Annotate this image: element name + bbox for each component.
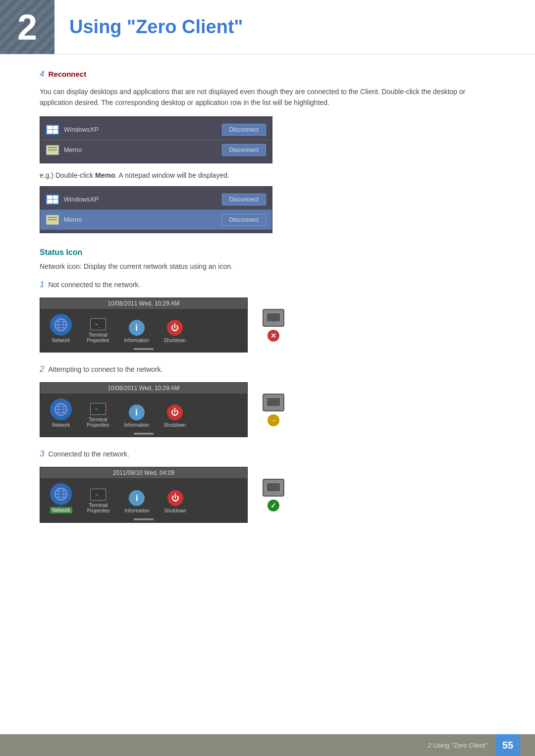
terminal-icon-3: >_ xyxy=(90,489,106,501)
main-content: 4 Reconnect You can display desktops and… xyxy=(0,69,535,523)
taskbar-datetime-1: 10/08/2011 Wed, 10:29 AM xyxy=(40,298,247,309)
app-row-memo-2-highlighted: Memo Disconnect xyxy=(40,210,272,230)
terminal-icon-2: >_ xyxy=(90,403,106,415)
globe-icon-3 xyxy=(50,483,72,505)
tb-terminal-1: >_ TerminalProperties xyxy=(87,318,109,343)
tb-shutdown-3: ⏻ Shutdown xyxy=(164,490,186,513)
globe-svg-3 xyxy=(54,487,68,501)
check-badge: ✓ xyxy=(268,500,279,511)
taskbar-icons-1: Network >_ TerminalProperties i Informat… xyxy=(40,309,247,346)
step-1-text: Not connected to the network. xyxy=(48,281,140,289)
disconnect-button-3[interactable]: Disconnect xyxy=(222,194,266,205)
monitor-svg-2 xyxy=(266,397,281,408)
app-name-windowsxp: WindowsXP xyxy=(64,126,99,133)
step-3-label: 3 xyxy=(40,449,44,459)
step-1: 1 Not connected to the network. 10/08/20… xyxy=(40,280,495,353)
reconnect-heading: Reconnect xyxy=(48,70,86,78)
step-3-row: 2011/08/10 Wed, 04:09 xyxy=(40,467,495,523)
svg-rect-13 xyxy=(271,406,276,407)
tb-shutdown-1: ⏻ Shutdown xyxy=(164,320,186,343)
taskbar-panel-1: 10/08/2011 Wed, 10:29 AM xyxy=(40,298,248,353)
tb-label-shutdown-2: Shutdown xyxy=(164,422,186,428)
disconnect-button-4[interactable]: Disconnect xyxy=(222,214,266,226)
step-3: 3 Connected to the network. 2011/08/10 W… xyxy=(40,449,495,523)
page-header: 2 Using "Zero Client" xyxy=(0,0,535,54)
terminal-icon-1: >_ xyxy=(90,318,106,330)
svg-rect-12 xyxy=(267,398,280,406)
monitor-icon-1 xyxy=(263,309,284,327)
step-2: 2 Attempting to connect to the network. … xyxy=(40,364,495,437)
svg-rect-5 xyxy=(267,313,280,322)
status-badge-1: ✕ xyxy=(263,309,284,342)
x-badge: ✕ xyxy=(268,330,279,342)
tb-terminal-3: >_ TerminalProperties xyxy=(87,489,110,513)
info-icon-2: i xyxy=(129,404,145,420)
step-1-label: 1 xyxy=(40,280,44,290)
status-icon-section: Status Icon Network icon: Display the cu… xyxy=(40,248,495,523)
eg-text: e.g.) Double-click Memo. A notepad windo… xyxy=(40,171,495,179)
tb-label-info-3: Information xyxy=(124,508,149,513)
svg-rect-20 xyxy=(271,492,276,493)
shutdown-icon-2: ⏻ xyxy=(167,404,183,420)
globe-icon-2 xyxy=(50,399,72,420)
footer-text: 2 Using "Zero Client" xyxy=(428,742,488,749)
monitor-icon-3 xyxy=(263,479,284,497)
tb-label-network-3: Network xyxy=(50,507,72,513)
status-badge-2: → xyxy=(263,394,284,426)
app-row-windowsxp-2: WindowsXP Disconnect xyxy=(40,190,272,210)
tb-terminal-2: >_ TerminalProperties xyxy=(87,403,109,428)
tb-network-2: Network xyxy=(50,399,72,428)
monitor-svg-3 xyxy=(266,482,281,493)
tb-label-shutdown-1: Shutdown xyxy=(164,338,186,343)
section-number: 4 xyxy=(40,69,44,79)
reconnect-section: 4 Reconnect You can display desktops and… xyxy=(40,69,495,233)
taskbar-icons-2: Network >_ TerminalProperties i Informat… xyxy=(40,394,247,431)
windows-icon xyxy=(46,125,59,135)
info-icon-1: i xyxy=(129,320,145,336)
monitor-icon-2 xyxy=(263,394,284,411)
globe-icon-1 xyxy=(50,314,72,336)
taskbar-panel-2: 10/08/2011 Wed, 10:29 AM xyxy=(40,382,248,437)
info-icon-3: i xyxy=(129,490,145,506)
shutdown-icon-3: ⏻ xyxy=(167,490,183,506)
app-row-left-wx2: WindowsXP xyxy=(46,195,99,204)
taskbar-panel-3: 2011/08/10 Wed, 04:09 xyxy=(40,467,248,523)
status-icon-description: Network icon: Display the current networ… xyxy=(40,261,495,272)
arrow-badge: → xyxy=(268,414,279,426)
tb-info-3: i Information xyxy=(124,490,149,513)
step-1-row: 10/08/2011 Wed, 10:29 AM xyxy=(40,298,495,353)
tb-shutdown-2: ⏻ Shutdown xyxy=(164,404,186,428)
app-row-left-memo2: Memo xyxy=(46,215,82,225)
app-row-windowsxp-1: WindowsXP Disconnect xyxy=(40,120,272,140)
tb-label-terminal-3: TerminalProperties xyxy=(87,503,110,513)
status-badge-3: ✓ xyxy=(263,479,284,511)
step-2-label: 2 xyxy=(40,364,44,374)
tb-label-terminal-2: TerminalProperties xyxy=(87,417,109,428)
reconnect-body: You can display desktops and application… xyxy=(40,86,495,108)
shutdown-icon-1: ⏻ xyxy=(167,320,183,336)
tb-info-2: i Information xyxy=(124,404,149,428)
tb-label-network-2: Network xyxy=(52,422,70,428)
tb-label-shutdown-3: Shutdown xyxy=(164,508,186,513)
chapter-number: 2 xyxy=(17,7,37,48)
taskbar-bar-3 xyxy=(134,518,154,520)
svg-rect-19 xyxy=(267,483,280,492)
tb-label-info-2: Information xyxy=(124,422,149,428)
disconnect-button-2[interactable]: Disconnect xyxy=(222,144,266,156)
app-list-box-1: WindowsXP Disconnect Memo Disconnect xyxy=(40,116,272,163)
taskbar-bar-2 xyxy=(134,433,154,435)
footer-page-number: 55 xyxy=(495,734,520,756)
windows-icon-2 xyxy=(46,195,59,204)
memo-icon-2 xyxy=(46,215,59,225)
taskbar-datetime-2: 10/08/2011 Wed, 10:29 AM xyxy=(40,383,247,394)
step-2-text: Attempting to connect to the network. xyxy=(48,365,162,373)
app-name-memo2: Memo xyxy=(64,216,82,223)
disconnect-button-1[interactable]: Disconnect xyxy=(222,124,266,136)
taskbar-icons-3: Network >_ TerminalProperties i Informat… xyxy=(40,478,247,516)
app-name-wx2: WindowsXP xyxy=(64,196,99,203)
taskbar-datetime-3: 2011/08/10 Wed, 04:09 xyxy=(40,467,247,478)
app-row-left: WindowsXP xyxy=(46,125,99,135)
globe-svg-1 xyxy=(54,318,68,332)
tb-network-1: Network xyxy=(50,314,72,343)
svg-rect-6 xyxy=(271,322,276,323)
